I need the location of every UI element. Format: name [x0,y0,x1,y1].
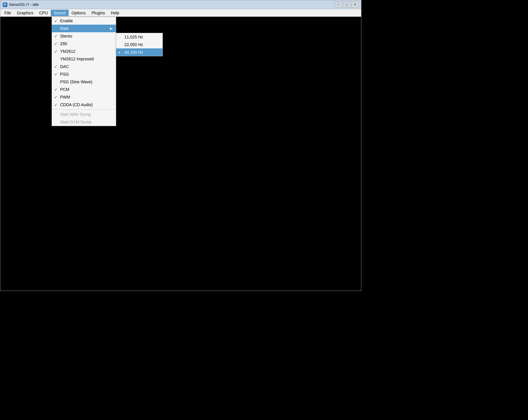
sound-menu-z80[interactable]: ✓ Z80 [52,40,116,48]
app-icon: G [3,2,7,7]
maximize-button[interactable]: □ [343,2,351,8]
ym2612-checkmark: ✓ [54,49,57,54]
menu-help[interactable]: Help [108,10,122,16]
sound-menu-enable[interactable]: ✓ Enable [52,17,116,25]
sound-menu-ym2612[interactable]: ✓ YM2612 [52,48,116,55]
titlebar-left: G Gens/GS r7 - Idle [3,2,39,7]
menu-plugins[interactable]: Plugins [89,10,108,16]
rate-44100-bullet: ● [119,51,120,54]
menubar: File Graphics CPU Sound Options Plugins … [0,9,361,17]
pcm-checkmark: ✓ [54,87,57,92]
main-window: G Gens/GS r7 - Idle ─ □ ✕ File Graphics … [0,0,361,291]
window-title: Gens/GS r7 - Idle [9,2,39,7]
close-button[interactable]: ✕ [351,2,359,8]
menu-options[interactable]: Options [69,10,89,16]
sound-menu-cdda[interactable]: ✓ CDDA (CD Audio) [52,101,116,109]
stereo-checkmark: ✓ [54,34,57,38]
sound-menu-start-gym[interactable]: Start GYM Dump [52,118,116,126]
pwm-checkmark: ✓ [54,95,57,99]
menu-graphics[interactable]: Graphics [14,10,36,16]
menu-cpu[interactable]: CPU [36,10,51,16]
menu-file[interactable]: File [1,10,14,16]
rate-44100[interactable]: ● 44,100 Hz [116,48,163,56]
sound-menu-psg[interactable]: ✓ PSG [52,70,116,78]
rate-arrow: ▶ [110,27,112,31]
enable-checkmark: ✓ [54,19,57,23]
sound-menu-divider [52,109,116,110]
sound-menu-pwm[interactable]: ✓ PWM [52,93,116,101]
sound-menu-ym2612improved[interactable]: YM2612 Improved [52,55,116,63]
minimize-button[interactable]: ─ [335,2,342,8]
titlebar: G Gens/GS r7 - Idle ─ □ ✕ [0,0,361,9]
sound-dropdown: ✓ Enable Rate ▶ 11,025 Hz 22,050 Hz [52,17,116,126]
rate-22050[interactable]: 22,050 Hz [116,41,163,48]
cdda-checkmark: ✓ [54,103,57,107]
sound-menu-start-wav[interactable]: Start WAV Dump [52,111,116,118]
dac-checkmark: ✓ [54,65,57,69]
titlebar-controls: ─ □ ✕ [335,2,359,8]
main-content: ✓ Enable Rate ▶ 11,025 Hz 22,050 Hz [0,17,361,291]
sound-menu-stereo[interactable]: ✓ Stereo [52,32,116,40]
rate-11025[interactable]: 11,025 Hz [116,33,163,41]
psg-checkmark: ✓ [54,72,57,77]
z80-checkmark: ✓ [54,42,57,46]
sound-menu-rate[interactable]: Rate ▶ 11,025 Hz 22,050 Hz ● 44,100 Hz [52,25,116,32]
sound-menu-psg-sine[interactable]: PSG (Sine Wave) [52,78,116,86]
sound-menu-dac[interactable]: ✓ DAC [52,63,116,70]
menu-sound[interactable]: Sound [51,10,68,16]
sound-menu-pcm[interactable]: ✓ PCM [52,86,116,93]
rate-submenu: 11,025 Hz 22,050 Hz ● 44,100 Hz [116,33,163,56]
